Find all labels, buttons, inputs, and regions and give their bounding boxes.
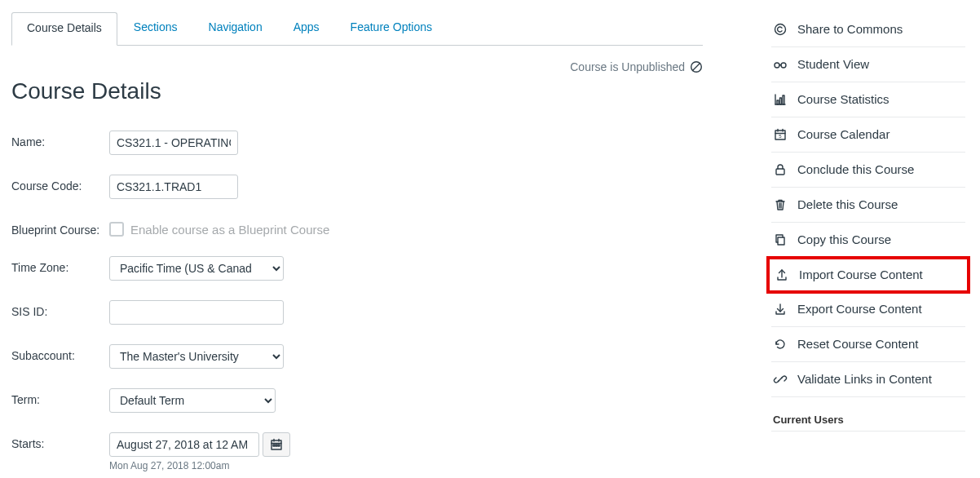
starts-helper: Mon Aug 27, 2018 12:00am [109, 460, 290, 471]
copy-icon [773, 232, 788, 247]
sidebar-item-conclude-course[interactable]: Conclude this Course [771, 153, 965, 188]
sidebar-item-label: Copy this Course [797, 232, 891, 247]
blueprint-checkbox-label: Enable course as a Blueprint Course [130, 223, 329, 237]
sidebar-item-share-commons[interactable]: Share to Commons [771, 12, 965, 47]
sidebar-item-student-view[interactable]: Student View [771, 47, 965, 82]
page-title: Course Details [11, 78, 703, 104]
label-sisid: SIS ID: [11, 300, 109, 318]
sidebar-item-delete-course[interactable]: Delete this Course [771, 188, 965, 223]
sidebar-item-validate-links[interactable]: Validate Links in Content [771, 362, 965, 397]
sidebar-item-label: Validate Links in Content [797, 372, 932, 387]
svg-text:5: 5 [779, 134, 782, 139]
label-term: Term: [11, 388, 109, 406]
blueprint-checkbox[interactable] [109, 222, 124, 237]
link-icon [773, 372, 788, 387]
lock-icon [773, 162, 788, 177]
subaccount-select[interactable]: The Master's University [109, 344, 284, 369]
sidebar-item-label: Reset Course Content [797, 337, 918, 352]
tab-apps[interactable]: Apps [279, 12, 334, 45]
svg-rect-23 [783, 95, 784, 104]
label-name: Name: [11, 131, 109, 148]
tab-feature-options[interactable]: Feature Options [336, 12, 447, 45]
sidebar-item-label: Delete this Course [797, 197, 898, 212]
label-code: Course Code: [11, 175, 109, 193]
svg-rect-22 [780, 98, 782, 104]
label-starts: Starts: [11, 432, 109, 450]
svg-rect-21 [777, 100, 779, 104]
sidebar-item-reset-content[interactable]: Reset Course Content [771, 327, 965, 362]
svg-rect-7 [276, 445, 277, 446]
sidebar-item-course-calendar[interactable]: 5 Course Calendar [771, 117, 965, 153]
current-users-heading: Current Users [771, 397, 965, 432]
starts-calendar-button[interactable] [263, 432, 290, 457]
publish-status-text: Course is Unpublished [570, 60, 685, 73]
label-blueprint: Blueprint Course: [11, 219, 109, 237]
starts-input[interactable] [109, 432, 259, 457]
svg-line-1 [693, 64, 700, 71]
tab-course-details[interactable]: Course Details [11, 12, 117, 46]
eyeglasses-icon [773, 57, 788, 72]
svg-line-35 [779, 378, 783, 382]
sidebar-item-label: Export Course Content [797, 302, 922, 316]
svg-rect-8 [278, 445, 280, 446]
stats-icon [773, 92, 788, 107]
sidebar-item-label: Conclude this Course [797, 162, 914, 177]
svg-point-17 [775, 63, 779, 68]
upload-icon [775, 268, 789, 282]
svg-rect-6 [273, 445, 275, 446]
tab-navigation[interactable]: Navigation [194, 12, 277, 45]
term-select[interactable]: Default Term [109, 388, 276, 413]
label-timezone: Time Zone: [11, 256, 109, 274]
unpublished-icon [690, 60, 703, 73]
svg-point-18 [781, 63, 786, 68]
download-icon [773, 302, 788, 316]
sidebar-item-course-statistics[interactable]: Course Statistics [771, 82, 965, 117]
sidebar-item-import-content[interactable]: Import Course Content [766, 256, 970, 294]
sidebar-item-label: Course Calendar [797, 127, 890, 142]
publish-status: Course is Unpublished [11, 60, 703, 73]
sidebar-item-copy-course[interactable]: Copy this Course [771, 223, 965, 258]
svg-rect-32 [778, 237, 784, 245]
commons-icon [773, 22, 788, 37]
reset-icon [773, 337, 788, 352]
svg-rect-29 [776, 169, 784, 175]
sidebar-item-label: Share to Commons [797, 22, 903, 37]
label-subaccount: Subaccount: [11, 344, 109, 362]
sidebar-item-export-content[interactable]: Export Course Content [771, 292, 965, 327]
sidebar-item-label: Import Course Content [799, 268, 923, 282]
tab-bar: Course Details Sections Navigation Apps … [11, 12, 703, 46]
calendar-icon: 5 [773, 127, 788, 142]
svg-point-16 [775, 24, 786, 35]
sisid-input[interactable] [109, 300, 284, 325]
course-name-input[interactable] [109, 131, 238, 155]
sidebar-item-label: Course Statistics [797, 92, 890, 107]
calendar-icon [270, 438, 283, 451]
trash-icon [773, 197, 788, 212]
timezone-select[interactable]: Pacific Time (US & Canada) (- [109, 256, 284, 281]
tab-sections[interactable]: Sections [119, 12, 192, 45]
sidebar-item-label: Student View [797, 57, 869, 72]
course-code-input[interactable] [109, 175, 238, 199]
